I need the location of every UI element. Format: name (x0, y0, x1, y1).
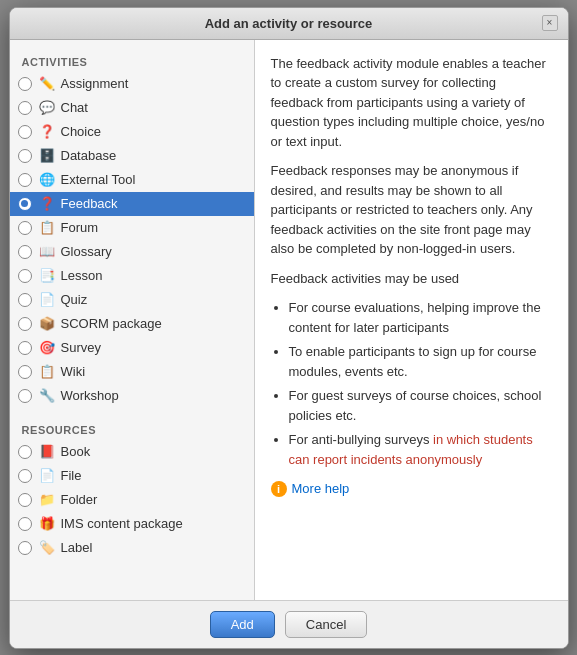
radio-feedback[interactable] (18, 197, 32, 211)
wiki-label: Wiki (61, 364, 86, 379)
bullet-1: For course evaluations, helping improve … (289, 298, 552, 337)
list-item-quiz[interactable]: 📄 Quiz (10, 288, 254, 312)
list-item-lesson[interactable]: 📑 Lesson (10, 264, 254, 288)
close-button[interactable]: × (542, 15, 558, 31)
list-item-workshop[interactable]: 🔧 Workshop (10, 384, 254, 408)
ims-label: IMS content package (61, 516, 183, 531)
choice-icon: ❓ (38, 123, 56, 141)
folder-label: Folder (61, 492, 98, 507)
radio-label[interactable] (18, 541, 32, 555)
wiki-icon: 📋 (38, 363, 56, 381)
radio-survey[interactable] (18, 341, 32, 355)
list-item-file[interactable]: 📄 File (10, 464, 254, 488)
resources-section-label: RESOURCES (10, 418, 254, 440)
workshop-icon: 🔧 (38, 387, 56, 405)
survey-icon: 🎯 (38, 339, 56, 357)
add-activity-dialog: Add an activity or resource × ACTIVITIES… (9, 7, 569, 649)
list-item-wiki[interactable]: 📋 Wiki (10, 360, 254, 384)
more-help-link[interactable]: i More help (271, 479, 552, 499)
list-item-chat[interactable]: 💬 Chat (10, 96, 254, 120)
feedback-label: Feedback (61, 196, 118, 211)
list-item-scorm[interactable]: 📦 SCORM package (10, 312, 254, 336)
lesson-icon: 📑 (38, 267, 56, 285)
database-label: Database (61, 148, 117, 163)
dialog-body: ACTIVITIES ✏️ Assignment 💬 Chat ❓ Choice… (10, 40, 568, 600)
externaltool-icon: 🌐 (38, 171, 56, 189)
glossary-icon: 📖 (38, 243, 56, 261)
list-item-survey[interactable]: 🎯 Survey (10, 336, 254, 360)
workshop-label: Workshop (61, 388, 119, 403)
forum-icon: 📋 (38, 219, 56, 237)
list-item-database[interactable]: 🗄️ Database (10, 144, 254, 168)
list-item-book[interactable]: 📕 Book (10, 440, 254, 464)
info-icon: i (271, 481, 287, 497)
chat-icon: 💬 (38, 99, 56, 117)
radio-workshop[interactable] (18, 389, 32, 403)
description-para2: Feedback responses may be anonymous if d… (271, 161, 552, 259)
add-button[interactable]: Add (210, 611, 275, 638)
dialog-titlebar: Add an activity or resource × (10, 8, 568, 40)
radio-folder[interactable] (18, 493, 32, 507)
forum-label: Forum (61, 220, 99, 235)
radio-ims[interactable] (18, 517, 32, 531)
list-item-glossary[interactable]: 📖 Glossary (10, 240, 254, 264)
description-para3: Feedback activities may be used (271, 269, 552, 289)
glossary-label: Glossary (61, 244, 112, 259)
dialog-footer: Add Cancel (10, 600, 568, 648)
radio-scorm[interactable] (18, 317, 32, 331)
bullet-4: For anti-bullying surveys in which stude… (289, 430, 552, 469)
quiz-icon: 📄 (38, 291, 56, 309)
list-item-folder[interactable]: 📁 Folder (10, 488, 254, 512)
list-item-label[interactable]: 🏷️ Label (10, 536, 254, 560)
externaltool-label: External Tool (61, 172, 136, 187)
label-icon: 🏷️ (38, 539, 56, 557)
radio-book[interactable] (18, 445, 32, 459)
file-label: File (61, 468, 82, 483)
book-label: Book (61, 444, 91, 459)
more-help-label: More help (292, 479, 350, 499)
list-item-feedback[interactable]: ❓ Feedback (10, 192, 254, 216)
list-item-choice[interactable]: ❓ Choice (10, 120, 254, 144)
radio-lesson[interactable] (18, 269, 32, 283)
book-icon: 📕 (38, 443, 56, 461)
radio-choice[interactable] (18, 125, 32, 139)
assignment-icon: ✏️ (38, 75, 56, 93)
right-panel: The feedback activity module enables a t… (255, 40, 568, 600)
list-item-forum[interactable]: 📋 Forum (10, 216, 254, 240)
ims-icon: 🎁 (38, 515, 56, 533)
choice-label: Choice (61, 124, 101, 139)
survey-label: Survey (61, 340, 101, 355)
scorm-label: SCORM package (61, 316, 162, 331)
radio-file[interactable] (18, 469, 32, 483)
cancel-button[interactable]: Cancel (285, 611, 367, 638)
radio-assignment[interactable] (18, 77, 32, 91)
description-bullets: For course evaluations, helping improve … (289, 298, 552, 469)
radio-forum[interactable] (18, 221, 32, 235)
folder-icon: 📁 (38, 491, 56, 509)
feedback-icon: ❓ (38, 195, 56, 213)
radio-externaltool[interactable] (18, 173, 32, 187)
list-item-ims[interactable]: 🎁 IMS content package (10, 512, 254, 536)
radio-glossary[interactable] (18, 245, 32, 259)
activities-section-label: ACTIVITIES (10, 50, 254, 72)
left-panel: ACTIVITIES ✏️ Assignment 💬 Chat ❓ Choice… (10, 40, 255, 600)
label-label: Label (61, 540, 93, 555)
bullet-2: To enable participants to sign up for co… (289, 342, 552, 381)
list-item-assignment[interactable]: ✏️ Assignment (10, 72, 254, 96)
bullet-3: For guest surveys of course choices, sch… (289, 386, 552, 425)
scorm-icon: 📦 (38, 315, 56, 333)
lesson-label: Lesson (61, 268, 103, 283)
chat-label: Chat (61, 100, 88, 115)
list-item-externaltool[interactable]: 🌐 External Tool (10, 168, 254, 192)
radio-wiki[interactable] (18, 365, 32, 379)
radio-database[interactable] (18, 149, 32, 163)
radio-quiz[interactable] (18, 293, 32, 307)
database-icon: 🗄️ (38, 147, 56, 165)
file-icon: 📄 (38, 467, 56, 485)
radio-chat[interactable] (18, 101, 32, 115)
description-para1: The feedback activity module enables a t… (271, 54, 552, 152)
quiz-label: Quiz (61, 292, 88, 307)
assignment-label: Assignment (61, 76, 129, 91)
dialog-title: Add an activity or resource (205, 16, 373, 31)
